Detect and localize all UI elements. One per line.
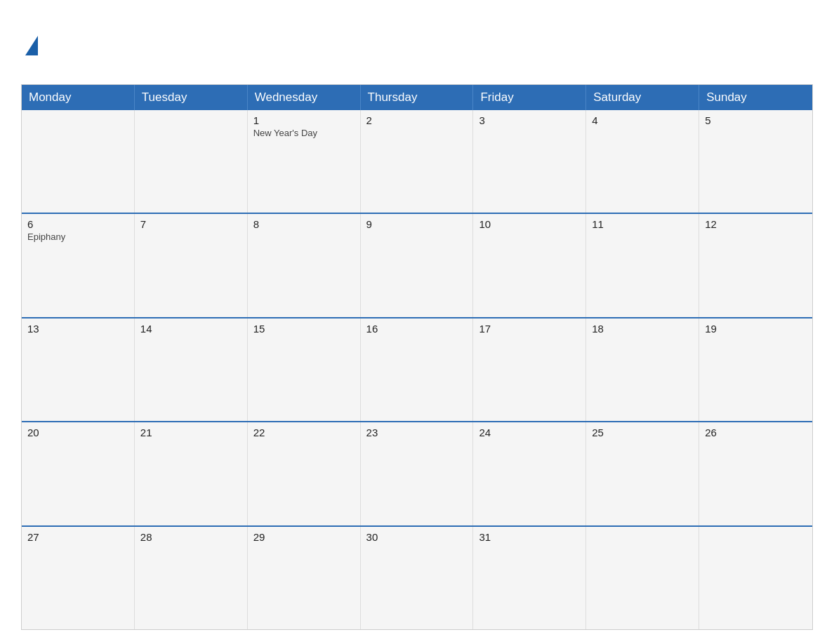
day-cell: 19 — [699, 318, 812, 421]
day-cell: 9 — [361, 214, 474, 316]
week-row-1: 1New Year's Day2345 — [22, 110, 812, 213]
day-header-friday: Friday — [473, 85, 586, 110]
day-cell: 3 — [473, 110, 586, 213]
day-number: 12 — [705, 218, 807, 230]
day-cell — [699, 527, 812, 629]
weeks-container: 1New Year's Day23456Epiphany789101112131… — [22, 110, 812, 629]
day-cell: 17 — [473, 318, 586, 421]
day-number: 31 — [479, 531, 580, 543]
day-number: 15 — [253, 323, 355, 335]
day-number: 1 — [253, 114, 355, 126]
day-cell: 23 — [361, 422, 474, 525]
day-cell: 8 — [248, 214, 361, 316]
week-row-2: 6Epiphany789101112 — [22, 213, 812, 316]
day-number: 25 — [592, 427, 693, 438]
day-header-saturday: Saturday — [586, 85, 699, 110]
day-number: 21 — [140, 427, 241, 438]
day-cell: 28 — [135, 527, 248, 629]
day-cell: 20 — [22, 422, 135, 525]
day-number: 8 — [253, 218, 355, 230]
calendar-page: MondayTuesdayWednesdayThursdayFridaySatu… — [0, 0, 834, 644]
week-row-5: 2728293031 — [22, 525, 812, 629]
day-cell — [135, 110, 248, 213]
day-number: 6 — [27, 218, 128, 230]
calendar-grid: MondayTuesdayWednesdayThursdayFridaySatu… — [21, 84, 813, 630]
logo — [21, 36, 133, 55]
day-number: 28 — [140, 531, 241, 543]
day-number: 30 — [366, 531, 468, 543]
day-cell: 24 — [473, 422, 586, 525]
day-cell: 31 — [473, 527, 586, 629]
day-cell — [586, 527, 699, 629]
day-number: 19 — [705, 323, 807, 335]
day-number: 24 — [479, 427, 580, 438]
week-row-4: 20212223242526 — [22, 421, 812, 525]
day-cell: 10 — [473, 214, 586, 316]
day-cell: 13 — [22, 318, 135, 421]
day-cell: 5 — [699, 110, 812, 213]
day-cell: 16 — [361, 318, 474, 421]
day-cell: 15 — [248, 318, 361, 421]
day-number: 13 — [27, 323, 128, 335]
day-number: 14 — [140, 323, 241, 335]
day-cell: 7 — [135, 214, 248, 316]
day-number: 2 — [366, 114, 468, 126]
header — [21, 14, 813, 77]
day-cell — [22, 110, 135, 213]
day-number: 4 — [592, 114, 693, 126]
day-number: 29 — [253, 531, 355, 543]
day-cell: 6Epiphany — [22, 214, 135, 316]
day-number: 27 — [27, 531, 128, 543]
holiday-label: New Year's Day — [253, 128, 355, 138]
day-number: 3 — [479, 114, 580, 126]
day-header-wednesday: Wednesday — [248, 85, 361, 110]
day-cell: 21 — [135, 422, 248, 525]
day-header-monday: Monday — [22, 85, 135, 110]
day-number: 23 — [366, 427, 468, 438]
day-number: 16 — [366, 323, 468, 335]
day-cell: 18 — [586, 318, 699, 421]
day-header-sunday: Sunday — [699, 85, 812, 110]
day-number: 11 — [592, 218, 693, 230]
day-number: 26 — [705, 427, 807, 438]
day-cell: 27 — [22, 527, 135, 629]
day-cell: 11 — [586, 214, 699, 316]
week-row-3: 13141516171819 — [22, 317, 812, 421]
day-cell: 4 — [586, 110, 699, 213]
day-cell: 2 — [361, 110, 474, 213]
day-cell: 12 — [699, 214, 812, 316]
day-cell: 30 — [361, 527, 474, 629]
day-cell: 29 — [248, 527, 361, 629]
day-headers-row: MondayTuesdayWednesdayThursdayFridaySatu… — [22, 85, 812, 110]
day-number: 9 — [366, 218, 468, 230]
day-number: 5 — [705, 114, 807, 126]
logo-triangle-icon — [25, 36, 38, 55]
day-header-thursday: Thursday — [361, 85, 474, 110]
day-number: 7 — [140, 218, 241, 230]
day-number: 18 — [592, 323, 693, 335]
day-number: 22 — [253, 427, 355, 438]
day-cell: 26 — [699, 422, 812, 525]
day-number: 20 — [27, 427, 128, 438]
day-number: 10 — [479, 218, 580, 230]
day-cell: 22 — [248, 422, 361, 525]
day-header-tuesday: Tuesday — [135, 85, 248, 110]
day-number: 17 — [479, 323, 580, 335]
day-cell: 1New Year's Day — [248, 110, 361, 213]
holiday-label: Epiphany — [27, 232, 128, 242]
day-cell: 25 — [586, 422, 699, 525]
day-cell: 14 — [135, 318, 248, 421]
